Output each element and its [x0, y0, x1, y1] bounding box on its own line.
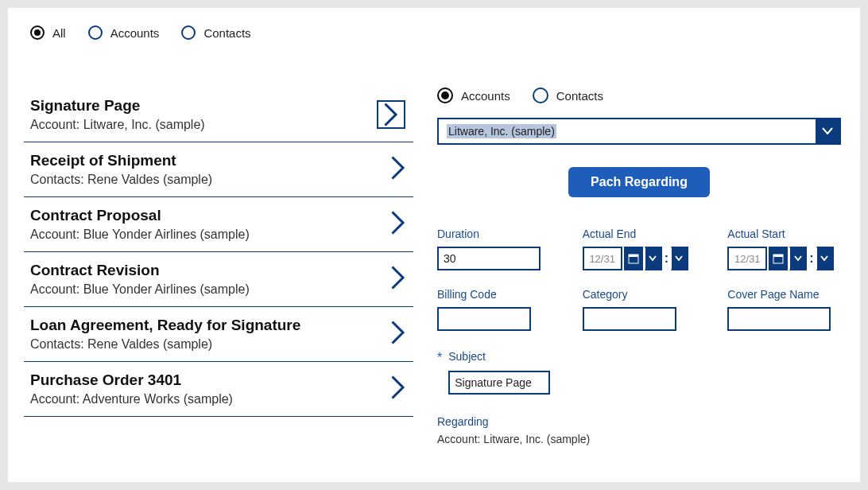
list-item[interactable]: Contract Revision Account: Blue Yonder A…	[24, 252, 413, 307]
regarding-section: Regarding Account: Litware, Inc. (sample…	[437, 415, 841, 445]
regarding-value: Account: Litware, Inc. (sample)	[437, 433, 841, 445]
calendar-icon[interactable]	[624, 247, 643, 270]
field-label: Cover Page Name	[727, 288, 841, 301]
app-window: All Accounts Contacts Signature Page Acc…	[8, 8, 860, 482]
minute-select[interactable]	[816, 247, 834, 270]
time-colon: :	[808, 247, 814, 270]
regarding-label: Regarding	[437, 415, 841, 428]
svg-rect-3	[773, 255, 783, 257]
category-input[interactable]	[583, 307, 676, 331]
list-item-title: Contract Revision	[30, 262, 250, 279]
chevron-down-icon[interactable]	[816, 119, 839, 143]
filter-contacts-label: Contacts	[203, 26, 250, 40]
radio-icon	[181, 25, 196, 40]
cover-page-name-input[interactable]	[727, 307, 831, 331]
list-item-sub: Account: Blue Yonder Airlines (sample)	[30, 228, 250, 242]
list-item-title: Signature Page	[30, 97, 205, 115]
field-label: Subject	[448, 350, 550, 363]
detail-filter-accounts-label: Accounts	[461, 89, 510, 103]
field-label: Actual Start	[727, 228, 841, 240]
field-duration: Duration 30	[437, 228, 551, 270]
field-label: Category	[583, 288, 696, 301]
detail-filter-contacts-label: Contacts	[556, 89, 603, 103]
filter-accounts-label: Accounts	[110, 26, 160, 40]
billing-code-input[interactable]	[437, 307, 531, 331]
radio-icon	[533, 88, 548, 103]
radio-icon	[437, 88, 453, 103]
list-item-sub: Account: Litware, Inc. (sample)	[30, 118, 205, 132]
list-item[interactable]: Loan Agreement, Ready for Signature Cont…	[24, 307, 413, 362]
chevron-right-icon	[391, 321, 405, 348]
list-item[interactable]: Contract Proposal Account: Blue Yonder A…	[24, 197, 413, 252]
hour-select[interactable]	[789, 247, 807, 270]
chevron-right-icon	[391, 266, 405, 293]
main-area: Signature Page Account: Litware, Inc. (s…	[8, 88, 860, 482]
hour-select[interactable]	[645, 247, 662, 270]
field-cover-page-name: Cover Page Name	[727, 288, 841, 331]
list-item-title: Loan Agreement, Ready for Signature	[30, 317, 300, 334]
chevron-right-icon	[391, 211, 405, 238]
filter-accounts[interactable]: Accounts	[88, 25, 160, 40]
pach-regarding-button[interactable]: Pach Regarding	[568, 167, 710, 197]
account-select[interactable]: Litware, Inc. (sample)	[437, 118, 841, 145]
field-label: Actual End	[583, 228, 696, 240]
time-colon: :	[664, 247, 669, 270]
list-item-sub: Account: Blue Yonder Airlines (sample)	[30, 282, 250, 297]
field-actual-end: Actual End 12/31 :	[583, 228, 696, 270]
field-actual-start: Actual Start 12/31 :	[727, 228, 841, 270]
radio-icon	[30, 25, 45, 40]
filter-all[interactable]: All	[30, 25, 66, 40]
list-item-title: Contract Proposal	[30, 207, 250, 224]
filter-all-label: All	[52, 26, 66, 40]
chevron-right-icon	[377, 100, 405, 129]
detail-filter-bar: Accounts Contacts	[437, 88, 841, 103]
duration-input[interactable]: 30	[437, 247, 541, 270]
calendar-icon[interactable]	[769, 247, 788, 270]
record-list: Signature Page Account: Litware, Inc. (s…	[8, 88, 413, 482]
top-filter-bar: All Accounts Contacts	[8, 8, 860, 40]
list-item[interactable]: Signature Page Account: Litware, Inc. (s…	[24, 88, 413, 142]
detail-panel: Accounts Contacts Litware, Inc. (sample)…	[413, 88, 860, 482]
list-item[interactable]: Receipt of Shipment Contacts: Rene Valde…	[24, 142, 413, 197]
list-item-title: Purchase Order 3401	[30, 371, 233, 389]
list-item[interactable]: Purchase Order 3401 Account: Adventure W…	[24, 362, 413, 417]
detail-filter-accounts[interactable]: Accounts	[437, 88, 510, 103]
field-label: Billing Code	[437, 288, 551, 301]
detail-filter-contacts[interactable]: Contacts	[533, 88, 603, 103]
field-category: Category	[583, 288, 696, 331]
list-item-sub: Contacts: Rene Valdes (sample)	[30, 337, 300, 352]
filter-contacts[interactable]: Contacts	[181, 25, 250, 40]
list-item-title: Receipt of Shipment	[30, 152, 212, 169]
list-item-sub: Account: Adventure Works (sample)	[30, 392, 233, 406]
subject-input[interactable]: Signature Page	[448, 371, 550, 395]
actual-end-date-input[interactable]: 12/31	[583, 247, 622, 270]
actual-start-date-input[interactable]: 12/31	[727, 247, 767, 270]
minute-select[interactable]	[671, 247, 688, 270]
field-subject: * Subject Signature Page	[437, 350, 841, 395]
svg-rect-1	[629, 255, 638, 257]
chevron-right-icon	[391, 156, 405, 183]
radio-icon	[88, 25, 103, 40]
field-label: Duration	[437, 228, 551, 240]
field-billing-code: Billing Code	[437, 288, 551, 331]
required-star-icon: *	[437, 351, 442, 365]
chevron-right-icon	[391, 375, 405, 402]
account-select-value: Litware, Inc. (sample)	[439, 119, 816, 143]
list-item-sub: Contacts: Rene Valdes (sample)	[30, 173, 212, 187]
form-grid: Duration 30 Actual End 12/31 :	[437, 228, 841, 331]
